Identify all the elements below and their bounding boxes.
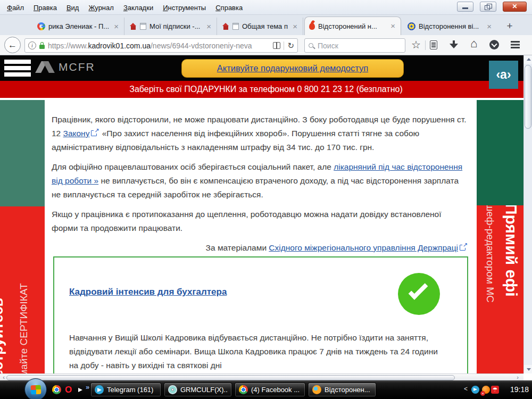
external-link-icon[interactable] (91, 130, 98, 136)
firefox-icon (312, 385, 321, 394)
taskbar-button-facebook[interactable]: (4) Facebook ... (235, 383, 305, 397)
tray-expand-chevron-icon[interactable] (464, 385, 468, 393)
taskbar-clock[interactable]: 19:18 (510, 385, 529, 394)
vertical-scrollbar[interactable] (523, 55, 532, 373)
flame-favicon-icon (309, 23, 315, 30)
avira-tray-icon[interactable] (491, 386, 499, 394)
tab-close-icon[interactable]: × (113, 23, 120, 30)
page-viewport: MCFR Активуйте подарунковий демодоступ ‹… (0, 55, 532, 380)
search-icon (309, 43, 313, 48)
url-path: /news/6944-vdstoroneniy-neva (151, 41, 252, 50)
paragraph-text: Для офіційно працевлаштованих осіб збері… (52, 162, 334, 171)
gifts-phone-banner[interactable]: Заберіть свої ПОДАРУНКИ за телефоном 0 8… (0, 81, 532, 98)
tab-label: Відсторонення ві... (419, 22, 483, 30)
right-banner-live[interactable]: Прямий ефі шеф-редактором МС (477, 205, 523, 373)
site-logo[interactable]: MCFR (37, 60, 95, 74)
left-banner-register[interactable]: еструйтесь майте СЕРТИФІКАТ (0, 206, 45, 373)
tab-subscriptions[interactable]: Мої підписки -... × (126, 18, 217, 35)
menu-file[interactable]: Файл (2, 2, 29, 14)
law-link[interactable]: Закону (63, 129, 90, 138)
reload-icon[interactable] (287, 41, 294, 49)
paragraph-text: Якщо у працівника є протипоказання до ще… (52, 210, 442, 232)
reader-mode-icon[interactable] (273, 42, 280, 49)
avast-tray-icon[interactable] (482, 386, 490, 394)
taskbar-button-firefox-active[interactable]: Відсторонен... (308, 383, 376, 397)
url-bar[interactable]: i https://www.kadrovik01.com.ua/news/694… (24, 38, 298, 53)
new-tab-button[interactable]: + (502, 19, 517, 33)
titlebar: Файл Правка Вид Журнал Закладки Инструме… (0, 0, 532, 15)
navigation-bar: ← i https://www.kadrovik01.com.ua/news/6… (0, 35, 532, 55)
bookmark-star-icon[interactable] (411, 38, 421, 51)
site-favicon-icon (222, 23, 229, 30)
opera-quicklaunch-icon[interactable] (64, 385, 73, 394)
url-domain: kadrovik01.com.ua (88, 41, 151, 50)
search-input[interactable] (317, 41, 386, 51)
promo-title-link[interactable]: Кадровий інтенсив для бухгалтера (69, 287, 227, 297)
tab-close-icon[interactable]: × (389, 22, 396, 30)
source-link[interactable]: Східного міжрегіонального управління Дер… (269, 243, 458, 252)
disc-icon (168, 385, 177, 394)
demo-access-label: Активуйте подарунковий демодоступ (217, 63, 368, 73)
restore-button[interactable] (480, 2, 496, 12)
checkmark-icon (409, 280, 428, 300)
demo-access-button[interactable]: Активуйте подарунковий демодоступ (181, 59, 404, 78)
downloads-icon[interactable] (450, 40, 458, 49)
article-paragraph: Для офіційно працевлаштованих осіб збері… (52, 160, 468, 202)
minimize-button[interactable] (457, 2, 473, 12)
menu-edit[interactable]: Правка (29, 2, 62, 14)
paragraph-text: «Про захист населення від інфекційних хв… (52, 129, 419, 152)
external-link-icon[interactable] (460, 244, 467, 251)
right-banner-top[interactable] (477, 100, 523, 205)
menu-help[interactable]: Справка (211, 2, 247, 14)
telegram-tray-icon[interactable] (471, 386, 479, 394)
https-lock-icon[interactable] (39, 45, 45, 49)
site-favicon-icon (130, 23, 137, 30)
menu-view[interactable]: Вид (62, 2, 84, 14)
promo-text: Навчання у Вищій Школі Кадровика відбува… (69, 331, 443, 372)
admin-badge[interactable]: ‹a› (489, 61, 518, 89)
scroll-up-arrow[interactable] (524, 55, 532, 64)
tab-label: Общая тема п... (242, 22, 288, 30)
taskbar-button-telegram[interactable]: Telegram (161) (90, 383, 161, 397)
chrome-quicklaunch-icon[interactable] (52, 385, 61, 394)
page-info-icon[interactable]: i (28, 41, 36, 49)
menu-tools[interactable]: Инструменты (158, 2, 211, 14)
mcfr-logo-text: MCFR (59, 61, 95, 73)
pocket-icon[interactable] (489, 40, 499, 49)
tab-related-article[interactable]: Відсторонення ві... × (403, 18, 497, 35)
tab-label: Мої підписки -... (149, 22, 202, 30)
menu-hamburger-icon[interactable] (511, 41, 520, 48)
tab-close-icon[interactable]: × (292, 23, 298, 30)
tab-close-icon[interactable]: × (205, 23, 212, 30)
vertical-scroll-thumb[interactable] (525, 65, 531, 129)
divider (284, 41, 284, 50)
tab-forum-topic[interactable]: Общая тема п... × (218, 18, 303, 35)
right-banner-bold-text: Прямий ефі (502, 205, 520, 297)
taskbar-button-grmculf[interactable]: GRMCULF(X)... (164, 383, 232, 397)
url-text[interactable]: https://www.kadrovik01.com.ua/news/6944-… (48, 41, 270, 50)
menu-history[interactable]: Журнал (84, 2, 118, 14)
search-box[interactable] (304, 38, 405, 53)
quicklaunch-overflow-chevron-icon[interactable] (86, 383, 89, 391)
taskbar-button-label: Telegram (161) (107, 386, 153, 394)
site-menu-hamburger-icon[interactable] (4, 60, 31, 77)
bookmarks-panel-icon[interactable] (430, 40, 437, 49)
scroll-right-arrow[interactable] (514, 374, 521, 380)
start-button[interactable] (24, 378, 47, 399)
close-button[interactable]: ✕ (503, 2, 527, 12)
menu-bookmarks[interactable]: Закладки (119, 2, 158, 14)
home-icon[interactable] (470, 37, 477, 51)
taskbar-button-label: Відсторонен... (325, 386, 370, 394)
horizontal-scrollbar[interactable] (0, 373, 523, 380)
promo-box: Кадровий інтенсив для бухгалтера Навчанн… (53, 256, 468, 373)
tab-label: рика Элениак - П... (48, 22, 110, 30)
tab-active-article[interactable]: Відсторонений н... × (304, 16, 401, 35)
tab-close-icon[interactable]: × (486, 23, 493, 30)
emblem-favicon-icon (408, 22, 415, 30)
mcfr-logo-icon (37, 60, 53, 74)
left-banner-top[interactable] (0, 100, 45, 206)
tab-google-search[interactable]: рика Элениак - П... × (33, 18, 124, 35)
horizontal-scroll-thumb[interactable] (6, 375, 455, 380)
back-button[interactable]: ← (4, 37, 21, 53)
scroll-down-arrow[interactable] (524, 365, 532, 373)
